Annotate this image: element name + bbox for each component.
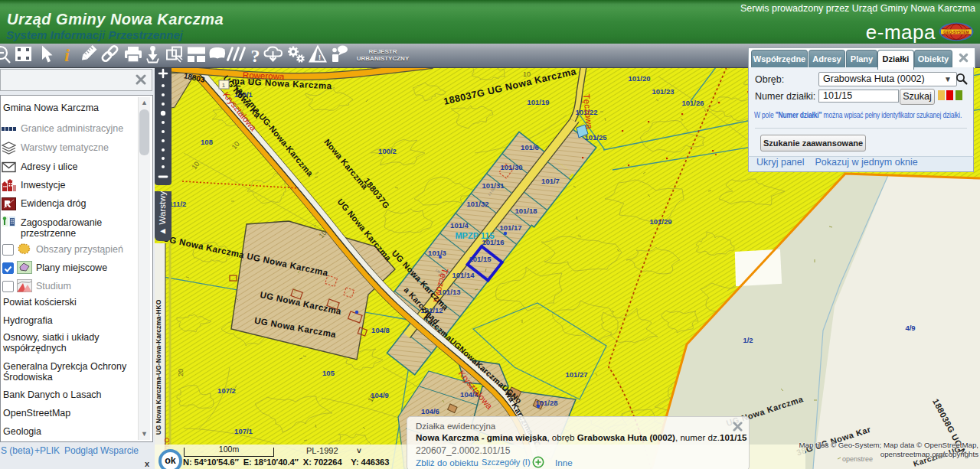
svg-text:101/27: 101/27	[565, 370, 587, 379]
svg-text:101/25: 101/25	[584, 133, 607, 142]
svg-text:101/31: 101/31	[482, 181, 505, 190]
svg-text:101/18: 101/18	[514, 207, 537, 215]
svg-text:100/2: 100/2	[378, 147, 397, 155]
svg-text:101/28: 101/28	[535, 399, 557, 407]
svg-text:i: i	[64, 46, 70, 65]
svg-text:!: !	[318, 54, 321, 61]
svg-text:101/29: 101/29	[649, 217, 671, 226]
svg-text:101/17: 101/17	[499, 223, 521, 232]
svg-text:UG Nowa Karczma-UG-Nowa-Karczm: UG Nowa Karczma-UG-Nowa-Karczma-HKO	[155, 299, 162, 435]
svg-text:101/4: 101/4	[450, 221, 469, 230]
svg-text:101/19: 101/19	[527, 98, 549, 106]
svg-text:101/30: 101/30	[500, 163, 522, 171]
svg-text:101/14: 101/14	[452, 271, 475, 279]
svg-text:104/6: 104/6	[421, 407, 439, 415]
svg-text:1: 1	[222, 82, 226, 89]
svg-text:101/20: 101/20	[628, 74, 650, 83]
svg-text:104/8: 104/8	[371, 326, 390, 334]
svg-text:107/1: 107/1	[234, 427, 253, 435]
svg-text:101/23: 101/23	[652, 87, 674, 96]
svg-text:107/2: 107/2	[217, 386, 236, 395]
svg-text:1/2: 1/2	[743, 336, 753, 344]
svg-text:101/7: 101/7	[541, 177, 560, 185]
svg-text:4/9: 4/9	[905, 324, 915, 332]
svg-text:20: 20	[177, 369, 185, 376]
svg-text:111/2: 111/2	[169, 200, 187, 208]
svg-text:101/32: 101/32	[466, 200, 488, 208]
svg-text:101/26: 101/26	[681, 99, 704, 107]
svg-text:108: 108	[201, 138, 213, 146]
svg-text:MPZP 115: MPZP 115	[455, 231, 494, 240]
svg-text:105: 105	[322, 369, 335, 377]
svg-text:?: ?	[251, 46, 260, 66]
svg-text:101/6: 101/6	[521, 143, 539, 151]
svg-text:101/3: 101/3	[428, 249, 446, 257]
svg-text:GEO-SYSTEM: GEO-SYSTEM	[943, 30, 969, 34]
svg-text:101/15: 101/15	[469, 255, 492, 263]
